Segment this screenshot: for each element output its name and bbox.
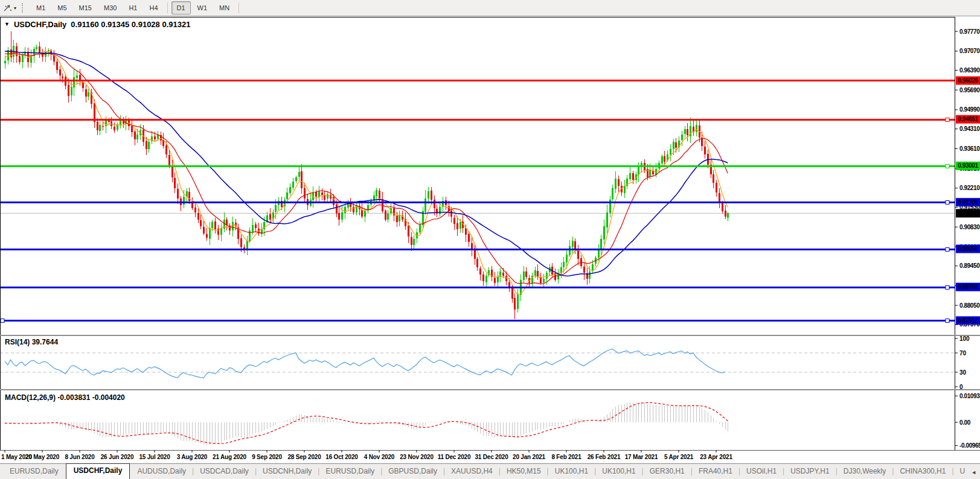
date-tick-label: 4 Nov 2020 [364, 454, 395, 460]
price-tick-label: 0.92210 [959, 185, 980, 191]
chart-tab-gbpusd-daily[interactable]: GBPUSD,Daily [382, 465, 443, 479]
rsi-tick-label: 30 [959, 369, 967, 376]
timeframe-button-m15[interactable]: M15 [74, 1, 97, 14]
macd-tick-label: -0.009653 [959, 442, 980, 449]
chart-tab-usdcad-daily[interactable]: USDCAD,Daily [194, 465, 255, 479]
chart-tab-dj30-weekly[interactable]: DJ30,Weekly [837, 465, 892, 479]
symbol-name: USDCHF,Daily [14, 20, 66, 29]
timeframe-button-h4[interactable]: H4 [144, 1, 163, 14]
rsi-tick-label: 100 [959, 335, 970, 342]
timeframe-button-m1[interactable]: M1 [31, 1, 51, 14]
chart-tab-usoil-h1[interactable]: USOil,H1 [740, 465, 783, 479]
date-tick-label: 5 Apr 2021 [664, 454, 694, 460]
date-tick-label: 9 Sep 2020 [252, 454, 282, 460]
timeframe-button-d1[interactable]: D1 [171, 1, 191, 14]
line-handle[interactable] [946, 201, 949, 205]
panel-splitter[interactable] [0, 335, 980, 336]
chart-tab-fra40-h1[interactable]: FRA40,H1 [693, 465, 738, 479]
line-handle[interactable] [946, 165, 949, 168]
price-line-label-text: 0.90055 [958, 246, 978, 252]
price-line-label-text: 0.91709 [958, 199, 978, 206]
chart-tab-eurusd-daily[interactable]: EURUSD,Daily [4, 465, 65, 479]
toolbar-separator [167, 2, 168, 13]
timeframe-buttons: M1M5M15M30H1H4D1W1MN [30, 1, 242, 14]
date-tick-label: 11 Dec 2020 [438, 454, 471, 460]
line-handle[interactable] [1, 319, 4, 323]
chart-tab-xauusd-h4[interactable]: XAUUSD,H4 [445, 465, 499, 479]
price-tick-label: 0.97070 [959, 48, 980, 54]
price-tick-label: 0.94990 [959, 106, 980, 113]
chart-tab-china300-h1[interactable]: CHINA300,H1 [894, 465, 952, 479]
price-tick-label: 0.89450 [959, 262, 980, 269]
cursor-tool-button[interactable]: ▾ [1, 1, 18, 14]
tab-scroll-left-icon[interactable]: ◄ [971, 469, 976, 475]
timeframe-button-m30[interactable]: M30 [98, 1, 122, 14]
date-tick-label: 20 May 2020 [25, 454, 60, 460]
price-tick-label: 0.95690 [959, 87, 980, 94]
tab-scroll-controls: ◄ ► [971, 469, 980, 479]
macd-tick-label: 0.010933 [959, 393, 980, 399]
line-handle[interactable] [946, 319, 949, 323]
price-line-label-text: 0.93001 [958, 162, 978, 169]
panel-splitter[interactable] [0, 389, 980, 390]
price-tick-label: 0.94310 [959, 125, 980, 132]
date-tick-label: 23 Nov 2020 [400, 454, 434, 460]
chart-tabs: EURUSD,DailyUSDCHF,DailyAUDUSD,Daily|USD… [4, 463, 971, 479]
rsi-tick-label: 0 [959, 384, 963, 390]
chart-background [0, 17, 980, 463]
chevron-down-icon: ▾ [14, 5, 16, 11]
chart-tab-uk100-h1[interactable]: UK100,H1 [549, 465, 594, 479]
chart-title: ▼ USDCHF,Daily 0.91160 0.91345 0.91028 0… [4, 20, 190, 29]
price-line-label-text: 0.94651 [958, 116, 978, 122]
chart-tab-audusd-daily[interactable]: AUDUSD,Daily [131, 465, 192, 479]
rsi-tick-label: 70 [959, 350, 967, 357]
timeframe-button-mn[interactable]: MN [214, 1, 235, 14]
timeframe-button-w1[interactable]: W1 [192, 1, 213, 14]
price-tick-label: 0.90830 [959, 224, 980, 230]
chart-tab-usdcnh-daily[interactable]: USDCNH,Daily [257, 465, 318, 479]
chart-tab-ger30-h1[interactable]: GER30,H1 [644, 465, 691, 479]
date-tick-label: 16 Oct 2020 [325, 454, 358, 460]
price-tick-label: 0.96390 [959, 67, 980, 74]
timeframe-button-m5[interactable]: M5 [52, 1, 72, 14]
price-line-label-text: 0.96026 [958, 77, 978, 84]
line-handle[interactable] [946, 248, 949, 252]
line-handle[interactable] [946, 286, 949, 290]
date-tick-label: 8 Jun 2020 [65, 454, 95, 460]
price-tick-label: 0.97770 [959, 28, 980, 35]
chart-tab-usdchf-daily[interactable]: USDCHF,Daily [66, 463, 130, 479]
chart-tabs-bar: EURUSD,DailyUSDCHF,DailyAUDUSD,Daily|USD… [0, 463, 980, 479]
date-tick-label: 26 Feb 2021 [588, 454, 621, 460]
chart-tab-eurusd-daily[interactable]: EURUSD,Daily [319, 465, 380, 479]
chart-tab-hk50-m15[interactable]: HK50,M15 [501, 465, 547, 479]
current-price-label-text: 0.91321 [958, 210, 978, 217]
date-tick-label: 31 Dec 2020 [475, 454, 508, 460]
chart-tab-u[interactable]: U [954, 465, 972, 479]
mt4-terminal-window: { "toolbar": { "cursor_tool_icon": "cros… [0, 0, 980, 479]
date-tick-label: 8 Feb 2021 [551, 454, 581, 460]
price-line-label-text: 0.87513 [958, 317, 978, 324]
date-tick-label: 20 Jan 2021 [513, 454, 546, 460]
rsi-indicator-label: RSI(14) 39.7644 [5, 338, 58, 346]
timeframe-toolbar: ▾ M1M5M15M30H1H4D1W1MN [0, 0, 980, 16]
date-tick-label: 21 Aug 2020 [213, 454, 246, 460]
date-tick-label: 3 Aug 2020 [177, 454, 208, 460]
price-tick-label: 0.93610 [959, 145, 980, 152]
price-line-label-text: 0.88703 [958, 284, 978, 290]
macd-indicator-label: MACD(12,26,9) -0.003831 -0.004020 [5, 393, 125, 402]
date-tick-label: 15 Jul 2020 [139, 454, 170, 460]
date-tick-label: 26 Jun 2020 [101, 454, 134, 460]
date-tick-label: 23 Apr 2021 [700, 454, 732, 460]
symbol-dropdown-icon[interactable]: ▼ [4, 21, 10, 27]
chart-tab-usdjpy-h1[interactable]: USDJPY,H1 [784, 465, 835, 479]
toolbar-separator [239, 2, 239, 13]
toolbar-drag-grip[interactable] [22, 3, 25, 13]
price-tick-label: 0.88050 [959, 302, 980, 309]
timeframe-button-h1[interactable]: H1 [123, 1, 143, 14]
line-handle[interactable] [946, 118, 949, 122]
chart-canvas[interactable]: 0.977700.970700.963900.956900.949900.943… [0, 0, 980, 479]
macd-tick-label: 0.00 [959, 419, 971, 426]
date-tick-label: 17 Mar 2021 [625, 454, 658, 460]
chart-tab-uk100-h1[interactable]: UK100,H1 [596, 465, 641, 479]
crosshair-cursor-icon [3, 4, 13, 12]
